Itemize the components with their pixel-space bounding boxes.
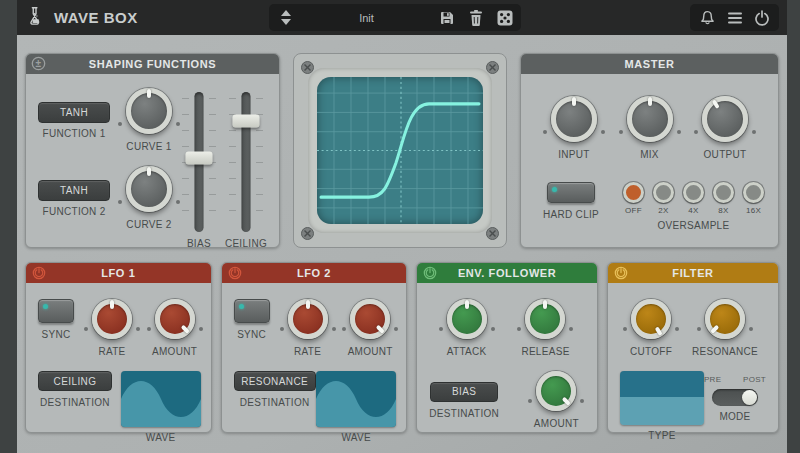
panel-title: SHAPING FUNCTIONS xyxy=(89,58,217,70)
menu-button[interactable] xyxy=(726,9,743,26)
dice-icon xyxy=(497,10,513,26)
wave-label: WAVE xyxy=(146,432,176,443)
lfo2-power-button[interactable] xyxy=(228,266,242,280)
trash-icon xyxy=(469,10,483,26)
curve1-label: CURVE 1 xyxy=(126,141,171,152)
lfo2-destination-button[interactable]: RESONANCE xyxy=(234,371,316,391)
oversample-16x[interactable]: 16X xyxy=(743,182,764,215)
destination-label: DESTINATION xyxy=(40,397,110,408)
filter-resonance-knob[interactable] xyxy=(705,299,745,339)
delete-preset-button[interactable] xyxy=(467,9,484,26)
input-knob[interactable] xyxy=(551,96,597,142)
mix-label: MIX xyxy=(640,149,659,160)
env-amount-knob[interactable] xyxy=(536,371,576,411)
lfo2-wave-display[interactable] xyxy=(316,371,396,427)
ceiling-slider-handle[interactable] xyxy=(232,115,259,128)
lfo1-panel: LFO 1 SYNC RATE xyxy=(25,262,212,433)
rate-label: RATE xyxy=(294,346,321,357)
wave-label: WAVE xyxy=(342,432,372,443)
screw-icon xyxy=(486,227,499,240)
oversample-label: OVERSAMPLE xyxy=(658,220,730,231)
attack-label: ATTACK xyxy=(447,346,487,357)
oscilloscope-panel xyxy=(293,53,507,248)
panel-title: MASTER xyxy=(624,58,674,70)
mode-label: MODE xyxy=(719,411,750,422)
bias-label: BIAS xyxy=(187,238,211,249)
output-knob[interactable] xyxy=(702,96,748,142)
svg-text:±: ± xyxy=(35,58,41,69)
lfo1-power-button[interactable] xyxy=(32,266,46,280)
rate-label: RATE xyxy=(98,346,125,357)
mode-pre-label[interactable]: PRE xyxy=(704,375,721,384)
destination-label: DESTINATION xyxy=(429,408,499,419)
lfo1-destination-button[interactable]: CEILING xyxy=(38,371,112,391)
mix-knob[interactable] xyxy=(627,96,673,142)
curve1-knob[interactable] xyxy=(126,88,172,134)
preset-down-icon[interactable] xyxy=(281,19,291,25)
oversample-4x[interactable]: 4X xyxy=(683,182,704,215)
bell-icon xyxy=(700,10,715,26)
titlebar: WAVE BOX Init xyxy=(17,0,787,35)
lfo2-amount-knob[interactable] xyxy=(350,299,390,339)
preset-up-icon[interactable] xyxy=(281,10,291,16)
filter-power-button[interactable] xyxy=(614,266,628,280)
oversample-off[interactable]: OFF xyxy=(623,182,644,215)
polarity-button[interactable]: ± xyxy=(31,56,45,70)
function1-type-button[interactable]: TANH xyxy=(38,102,110,123)
sync-label: SYNC xyxy=(237,329,266,340)
resonance-label: RESONANCE xyxy=(692,346,758,357)
env-release-knob[interactable] xyxy=(525,299,565,339)
panel-title: LFO 1 xyxy=(101,267,135,279)
lfo2-rate-knob[interactable] xyxy=(288,299,328,339)
shaping-functions-panel: ± SHAPING FUNCTIONS TANH FUNCTION 1 xyxy=(25,53,280,248)
lfo1-wave-display[interactable] xyxy=(121,371,201,427)
ceiling-slider[interactable] xyxy=(228,92,264,232)
bias-slider[interactable] xyxy=(181,92,217,232)
env-power-button[interactable] xyxy=(423,266,437,280)
release-label: RELEASE xyxy=(521,346,569,357)
app-title: WAVE BOX xyxy=(54,9,138,26)
oversample-2x[interactable]: 2X xyxy=(653,182,674,215)
power-button[interactable] xyxy=(753,9,770,26)
oversample-8x[interactable]: 8X xyxy=(713,182,734,215)
curve2-knob[interactable] xyxy=(126,166,172,212)
env-destination-button[interactable]: BIAS xyxy=(430,382,498,402)
save-preset-button[interactable] xyxy=(438,9,455,26)
lfo2-sync-button[interactable] xyxy=(234,299,270,323)
ceiling-label: CEILING xyxy=(225,238,267,249)
mode-post-label[interactable]: POST xyxy=(743,375,766,384)
notifications-button[interactable] xyxy=(699,9,716,26)
preset-spinner[interactable] xyxy=(277,8,295,27)
mode-toggle-knob[interactable] xyxy=(742,390,757,405)
filter-type-display[interactable] xyxy=(620,371,704,425)
preset-bar: Init xyxy=(269,4,521,31)
hard-clip-label: HARD CLIP xyxy=(543,209,599,220)
preset-name[interactable]: Init xyxy=(295,12,438,24)
screw-icon xyxy=(486,61,499,74)
filter-panel: FILTER CUTOFF xyxy=(607,262,779,433)
amount-label: AMOUNT xyxy=(534,418,579,429)
power-icon xyxy=(754,10,770,26)
function2-type-button[interactable]: TANH xyxy=(38,180,110,201)
filter-cutoff-knob[interactable] xyxy=(631,299,671,339)
lfo1-sync-button[interactable] xyxy=(38,299,74,323)
lfo1-rate-knob[interactable] xyxy=(92,299,132,339)
bias-slider-handle[interactable] xyxy=(185,151,212,164)
hard-clip-button[interactable] xyxy=(547,182,595,203)
mode-toggle[interactable] xyxy=(712,389,758,406)
screw-icon xyxy=(301,227,314,240)
input-label: INPUT xyxy=(558,149,590,160)
oversample-group: OFF 2X 4X 8 xyxy=(623,182,764,215)
waveshape-display xyxy=(317,77,483,224)
cutoff-label: CUTOFF xyxy=(630,346,672,357)
function1-label: FUNCTION 1 xyxy=(43,128,106,139)
env-attack-knob[interactable] xyxy=(447,299,487,339)
random-preset-button[interactable] xyxy=(496,9,513,26)
output-label: OUTPUT xyxy=(704,149,747,160)
screw-icon xyxy=(301,61,314,74)
main-body: ± SHAPING FUNCTIONS TANH FUNCTION 1 xyxy=(17,35,787,453)
destination-label: DESTINATION xyxy=(240,397,310,408)
panel-title: FILTER xyxy=(672,267,713,279)
lfo1-amount-knob[interactable] xyxy=(155,299,195,339)
panel-title: ENV. FOLLOWER xyxy=(458,267,556,279)
